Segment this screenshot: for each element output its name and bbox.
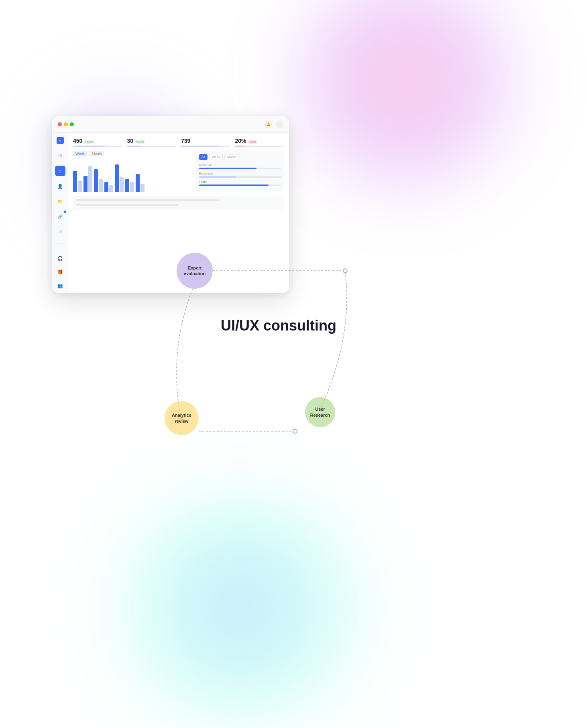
stat-badge-3: -0.0% xyxy=(248,140,257,144)
connections-badge xyxy=(63,210,67,213)
stat-card-2: 739 xyxy=(181,138,230,147)
sidebar-item-connections[interactable]: 🔗 xyxy=(55,211,65,222)
filter-month[interactable]: Month xyxy=(224,154,239,160)
window-minimize-control[interactable] xyxy=(64,122,68,126)
bar-secondary-3 xyxy=(109,185,113,192)
consulting-area: Expert evaluation UI/UX consulting Analy… xyxy=(80,249,442,489)
stat-card-3: 20% -0.0% xyxy=(235,138,285,147)
bubble-expert-evaluation: Expert evaluation xyxy=(177,253,213,289)
bubble-user-research: User Research xyxy=(305,397,335,427)
connectors-svg xyxy=(80,249,442,489)
bar-chart xyxy=(73,160,192,192)
window-close-control[interactable] xyxy=(58,122,62,126)
stat-value-2: 739 xyxy=(181,138,190,144)
bar-group-6 xyxy=(136,174,144,192)
bar-secondary-5 xyxy=(130,182,134,192)
menu-button[interactable]: ⋯ xyxy=(275,120,283,128)
bar-group-1 xyxy=(83,166,92,192)
window-actions: 🔔 ⋯ xyxy=(264,120,283,128)
sidebar-item-dashboard[interactable]: ⊞ xyxy=(55,150,65,161)
progress-item-2: Profit xyxy=(199,180,281,186)
bar-secondary-1 xyxy=(88,166,92,192)
sidebar-item-files[interactable]: 📁 xyxy=(55,196,65,207)
bar-group-2 xyxy=(94,169,103,192)
chart-header: Week Month xyxy=(73,151,192,156)
bar-primary-4 xyxy=(115,164,119,192)
sidebar-divider xyxy=(55,243,65,244)
consulting-title: UI/UX consulting xyxy=(221,317,336,334)
stat-value-3: 20% xyxy=(235,138,246,144)
filter-week[interactable]: Week xyxy=(209,154,223,160)
bar-primary-6 xyxy=(136,174,140,192)
svg-point-4 xyxy=(293,429,297,433)
bar-secondary-0 xyxy=(78,180,82,192)
progress-label-0: Revenue xyxy=(199,163,281,167)
stat-card-1: 30 +0.9% xyxy=(127,138,177,147)
background-blob-teal-bottom xyxy=(80,487,401,728)
chart-section: Week Month xyxy=(73,151,284,192)
stat-badge-1: +0.9% xyxy=(134,140,145,144)
bar-chart-container: Week Month xyxy=(73,151,192,192)
stat-card-0: 450 +0.9% xyxy=(73,138,122,147)
bar-secondary-6 xyxy=(140,184,144,192)
window-maximize-control[interactable] xyxy=(70,122,74,126)
sidebar-item-profile[interactable]: 👤 xyxy=(55,181,65,191)
right-panel: All Week Month Revenue Expenses Profit xyxy=(196,151,284,192)
bar-group-0 xyxy=(73,171,82,192)
window-controls xyxy=(58,122,74,126)
progress-label-2: Profit xyxy=(199,180,281,184)
bar-primary-0 xyxy=(73,171,77,192)
bubble-analytics-review: Analytics review xyxy=(165,401,199,435)
progress-item-0: Revenue xyxy=(199,163,281,169)
background-blob-pink-top xyxy=(265,0,546,201)
bar-primary-2 xyxy=(94,169,98,192)
chart-tab-week[interactable]: Week xyxy=(73,151,87,156)
bar-secondary-4 xyxy=(120,177,124,192)
bar-secondary-2 xyxy=(99,179,103,192)
sidebar: ⊞ ⌂ 👤 📁 🔗 ⚙ 🎧 🎁 👥 xyxy=(52,133,68,293)
sidebar-item-home[interactable]: ⌂ xyxy=(55,166,65,176)
notification-button[interactable]: 🔔 xyxy=(264,120,272,128)
svg-point-1 xyxy=(343,269,347,273)
stat-value-1: 30 xyxy=(127,138,134,144)
sidebar-bottom-section: 🎧 🎁 👥 xyxy=(55,253,65,291)
bar-primary-3 xyxy=(104,182,108,192)
stat-badge-0: +0.9% xyxy=(83,140,94,144)
sidebar-item-rewards[interactable]: 🎁 xyxy=(55,267,65,277)
bar-group-4 xyxy=(115,164,124,192)
window-titlebar: 🔔 ⋯ xyxy=(52,116,289,133)
sidebar-item-users[interactable]: 👥 xyxy=(55,280,65,291)
bar-group-3 xyxy=(104,182,113,192)
sidebar-logo[interactable] xyxy=(57,137,64,144)
stat-value-0: 450 xyxy=(73,138,82,144)
sidebar-item-support[interactable]: 🎧 xyxy=(55,253,65,264)
bar-primary-5 xyxy=(125,179,129,192)
chart-tab-month[interactable]: Month xyxy=(90,151,104,156)
progress-item-1: Expenses xyxy=(199,172,281,178)
svg-marker-6 xyxy=(295,429,299,434)
filter-row: All Week Month xyxy=(199,154,281,160)
sidebar-item-settings[interactable]: ⚙ xyxy=(55,227,65,237)
stats-row: 450 +0.9% 30 +0.9% 739 xyxy=(73,138,284,147)
bottom-section xyxy=(73,196,284,209)
bar-primary-1 xyxy=(83,176,87,192)
progress-label-1: Expenses xyxy=(199,172,281,175)
bar-group-5 xyxy=(125,179,134,192)
filter-all[interactable]: All xyxy=(199,154,208,160)
